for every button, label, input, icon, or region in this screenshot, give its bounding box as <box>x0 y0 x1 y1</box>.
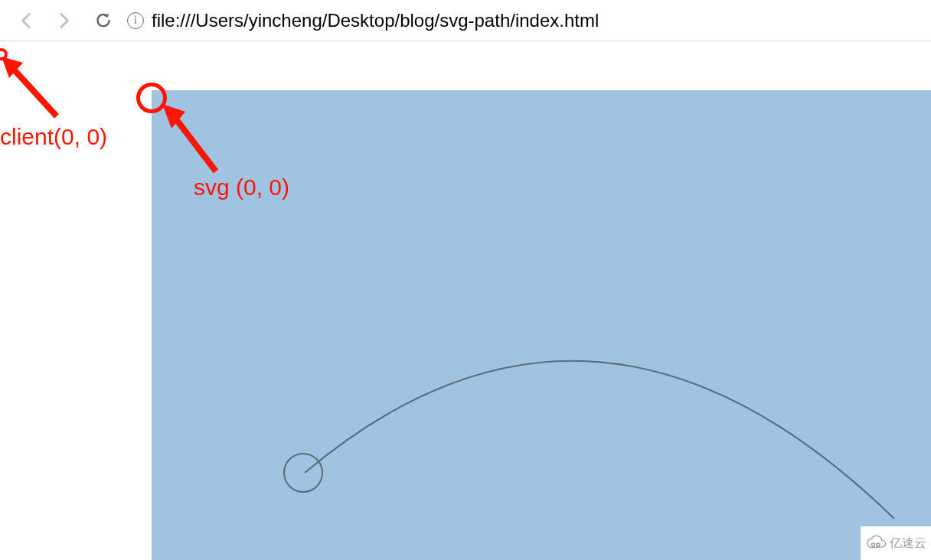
watermark: 亿速云 <box>861 526 931 560</box>
cloud-icon <box>865 536 887 551</box>
address-bar[interactable]: i file:///Users/yincheng/Desktop/blog/sv… <box>127 7 923 34</box>
path-start-circle <box>284 454 322 492</box>
url-text: file:///Users/yincheng/Desktop/blog/svg-… <box>152 10 599 31</box>
arrow-icon <box>161 104 230 181</box>
arc-path <box>305 361 894 519</box>
info-glyph: i <box>134 15 137 26</box>
svg-origin-label: svg (0, 0) <box>194 174 289 200</box>
svg-drawing <box>152 90 931 560</box>
reload-button[interactable] <box>90 8 116 34</box>
svg-canvas <box>152 90 931 560</box>
svg-point-4 <box>871 543 874 546</box>
arrow-right-icon <box>54 11 74 31</box>
page-viewport: client(0, 0) svg (0, 0) 亿速云 <box>0 41 931 560</box>
watermark-text: 亿速云 <box>890 536 926 552</box>
svg-line-0 <box>8 63 57 116</box>
browser-toolbar: i file:///Users/yincheng/Desktop/blog/sv… <box>0 0 931 41</box>
reload-icon <box>93 11 113 31</box>
svg-line-2 <box>172 113 216 171</box>
client-origin-label: client(0, 0) <box>0 124 107 150</box>
svg-point-5 <box>877 543 880 546</box>
arrow-left-icon <box>17 11 37 31</box>
back-button[interactable] <box>14 8 40 34</box>
arrow-icon <box>2 57 70 125</box>
site-info-icon[interactable]: i <box>127 12 144 29</box>
forward-button[interactable] <box>51 8 77 34</box>
